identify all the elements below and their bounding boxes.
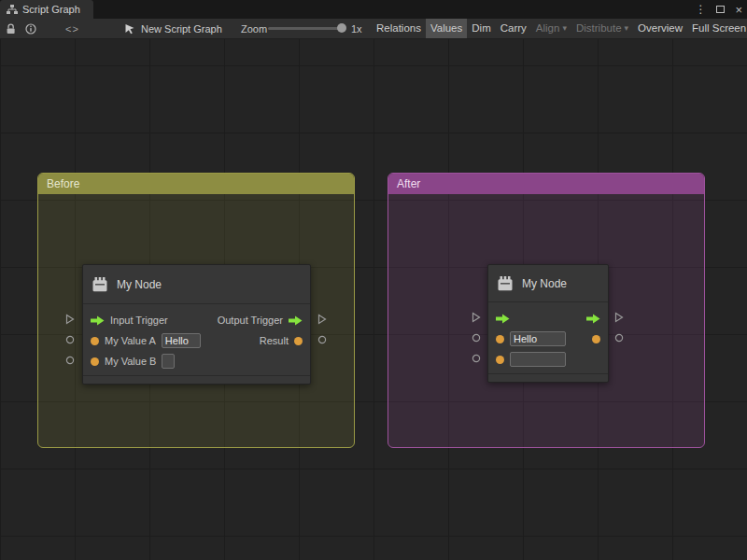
distribute-button[interactable]: Distribute ▾ (571, 19, 633, 38)
value-port-icon[interactable] (472, 354, 481, 363)
align-button[interactable]: Align ▾ (531, 19, 571, 38)
node-header[interactable]: My Node (488, 265, 608, 302)
maximize-icon[interactable] (716, 6, 725, 13)
carry-button[interactable]: Carry (496, 19, 531, 38)
value-port-icon[interactable] (317, 335, 327, 344)
overview-button[interactable]: Overview (633, 19, 687, 38)
node-row: My Value B (83, 351, 310, 371)
value-port-icon[interactable] (65, 356, 75, 365)
graph-name-label: New Script Graph (141, 23, 222, 35)
flow-input-icon[interactable] (91, 315, 105, 326)
value-port-icon[interactable] (65, 335, 75, 344)
node-title: My Node (522, 277, 567, 290)
value-input-icon[interactable] (91, 357, 99, 366)
value-output-icon[interactable] (294, 337, 303, 345)
lock-icon[interactable] (6, 19, 16, 38)
chevron-down-icon: ▾ (562, 19, 567, 38)
group-before-label: Before (47, 177, 79, 190)
node-my-node-after[interactable]: My Node (487, 264, 609, 383)
script-graph-window: Script Graph ⋮ × <> (0, 0, 747, 560)
dim-button[interactable]: Dim (467, 19, 495, 38)
value-port-icon[interactable] (614, 333, 624, 343)
node-row: My Value A Result (83, 330, 310, 351)
flow-port-icon[interactable] (472, 312, 481, 323)
toolbar-buttons: Relations Values Dim Carry Align ▾ Distr… (372, 19, 747, 38)
group-after-header[interactable]: After (388, 174, 704, 194)
zoom-slider-handle[interactable] (337, 23, 346, 33)
port-label: Result (260, 335, 289, 346)
flow-port-icon[interactable] (65, 314, 75, 325)
value-b-input[interactable] (162, 354, 175, 369)
group-after-label: After (397, 177, 420, 190)
flow-port-icon[interactable] (614, 312, 624, 323)
tab-bar: Script Graph ⋮ × (0, 0, 747, 19)
zoom-label: Zoom (241, 19, 267, 38)
relations-button[interactable]: Relations (372, 19, 426, 38)
port-label: Output Trigger (218, 315, 283, 326)
close-icon[interactable]: × (735, 4, 742, 16)
zoom-slider[interactable] (268, 19, 345, 38)
graph-pointer-icon (124, 23, 135, 35)
value-a-input[interactable] (510, 331, 566, 346)
port-label: Input Trigger (110, 315, 168, 326)
zoom-slider-track[interactable] (268, 27, 345, 30)
window-controls: ⋮ × (695, 0, 742, 19)
graph-toolbar: <> New Script Graph Zoom 1x Relations Va… (0, 19, 747, 39)
tab-title: Script Graph (22, 4, 80, 15)
align-button-label: Align (536, 19, 560, 38)
tab-script-graph[interactable]: Script Graph (0, 0, 93, 19)
value-b-input[interactable] (510, 352, 566, 367)
node-header[interactable]: My Node (83, 265, 310, 304)
value-input-icon[interactable] (496, 335, 504, 343)
node-icon (92, 277, 109, 292)
port-label: My Value A (105, 335, 156, 346)
code-preview-icon[interactable]: <> (65, 19, 79, 38)
distribute-button-label: Distribute (576, 19, 622, 38)
node-title: My Node (117, 278, 162, 291)
node-body (488, 302, 608, 373)
fullscreen-button[interactable]: Full Screen (687, 19, 747, 38)
node-footer (83, 375, 310, 384)
node-row: Input Trigger Output Trigger (83, 310, 310, 330)
node-row (488, 329, 608, 349)
node-body: Input Trigger Output Trigger My Value A (83, 304, 310, 375)
node-icon (498, 276, 514, 291)
zoom-value: 1x (351, 19, 362, 38)
value-port-icon[interactable] (472, 333, 481, 343)
values-button[interactable]: Values (426, 19, 467, 38)
graph-name[interactable]: New Script Graph (124, 19, 222, 38)
node-my-node-before[interactable]: My Node Input Trigger Output Trigger (82, 264, 311, 385)
value-output-icon[interactable] (592, 335, 600, 343)
kebab-menu-icon[interactable]: ⋮ (695, 3, 706, 16)
value-input-icon[interactable] (496, 356, 504, 364)
node-row (488, 349, 608, 370)
flow-output-icon[interactable] (586, 314, 600, 324)
graph-canvas[interactable]: Before After My Nod (0, 39, 747, 560)
info-icon[interactable] (25, 19, 36, 38)
chevron-down-icon: ▾ (625, 19, 629, 38)
value-a-input[interactable] (162, 333, 201, 348)
group-before-header[interactable]: Before (38, 174, 354, 194)
port-label: My Value B (105, 356, 156, 367)
script-graph-icon (7, 5, 18, 15)
value-input-icon[interactable] (91, 337, 99, 345)
flow-output-icon[interactable] (289, 315, 303, 326)
node-row (488, 308, 608, 329)
node-footer (488, 373, 608, 382)
flow-port-icon[interactable] (317, 314, 327, 325)
flow-input-icon[interactable] (496, 314, 510, 324)
